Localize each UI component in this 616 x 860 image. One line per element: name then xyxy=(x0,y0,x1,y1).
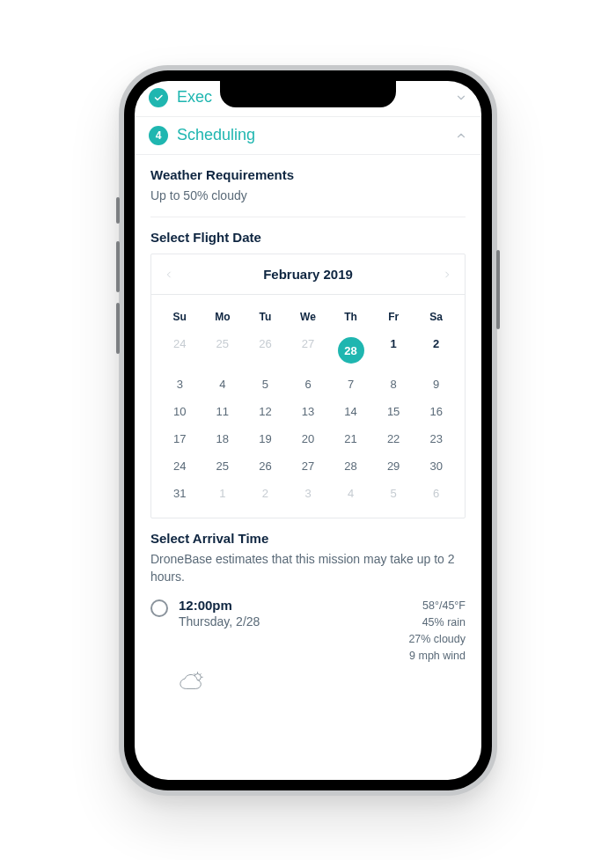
calendar-day[interactable]: 16 xyxy=(414,398,458,425)
calendar-day[interactable]: 20 xyxy=(287,425,330,452)
calendar: February 2019 SuMoTuWeThFrSa242526272812… xyxy=(150,254,466,518)
calendar-day[interactable]: 25 xyxy=(202,330,245,371)
calendar-dow: Su xyxy=(158,302,202,330)
calendar-day[interactable]: 18 xyxy=(202,425,245,452)
calendar-day[interactable]: 31 xyxy=(158,480,202,507)
step-current-row[interactable]: 4 Scheduling xyxy=(135,117,481,155)
calendar-day[interactable]: 24 xyxy=(158,330,202,371)
arrival-temp: 58°/45°F xyxy=(408,598,466,614)
calendar-day[interactable]: 26 xyxy=(244,330,287,371)
calendar-day[interactable]: 2 xyxy=(414,330,458,371)
calendar-next-button[interactable] xyxy=(442,269,452,280)
calendar-day[interactable]: 11 xyxy=(202,398,245,425)
radio-button[interactable] xyxy=(150,599,168,617)
arrival-subtitle: DroneBase estimates that this mission ma… xyxy=(150,551,466,585)
calendar-day[interactable]: 27 xyxy=(287,330,330,371)
calendar-dow: Sa xyxy=(414,302,458,330)
calendar-day[interactable]: 1 xyxy=(202,480,245,507)
weather-requirements-section: Weather Requirements Up to 50% cloudy xyxy=(135,155,481,205)
calendar-day[interactable]: 24 xyxy=(158,452,202,480)
calendar-day[interactable]: 2 xyxy=(244,480,287,507)
calendar-day-selected[interactable]: 28 xyxy=(329,330,372,371)
calendar-month-label: February 2019 xyxy=(263,267,353,282)
calendar-day[interactable]: 29 xyxy=(372,452,415,480)
calendar-day[interactable]: 6 xyxy=(414,480,458,507)
arrival-date-value: Thursday, 2/28 xyxy=(179,614,408,628)
phone-notch xyxy=(220,81,396,107)
phone-side-button xyxy=(116,303,120,354)
arrival-time-section: Select Arrival Time DroneBase estimates … xyxy=(135,518,481,694)
calendar-day[interactable]: 4 xyxy=(329,480,372,507)
calendar-day[interactable]: 1 xyxy=(372,330,415,371)
calendar-day[interactable]: 10 xyxy=(158,398,202,425)
calendar-day[interactable]: 3 xyxy=(287,480,330,507)
calendar-dow: Tu xyxy=(244,302,287,330)
step-number-badge: 4 xyxy=(149,126,168,145)
calendar-dow: We xyxy=(287,302,330,330)
calendar-day[interactable]: 8 xyxy=(372,371,415,398)
arrival-time-value: 12:00pm xyxy=(179,598,408,613)
calendar-grid: SuMoTuWeThFrSa24252627281234567891011121… xyxy=(151,295,465,518)
chevron-down-icon xyxy=(455,92,467,104)
calendar-header: February 2019 xyxy=(151,254,465,295)
weather-req-title: Weather Requirements xyxy=(150,167,466,182)
calendar-day[interactable]: 13 xyxy=(287,398,330,425)
calendar-day[interactable]: 5 xyxy=(372,480,415,507)
calendar-day[interactable]: 7 xyxy=(329,371,372,398)
arrival-cloud: 27% cloudy xyxy=(408,631,466,648)
calendar-day[interactable]: 14 xyxy=(329,398,372,425)
calendar-day[interactable]: 23 xyxy=(414,425,458,452)
calendar-day[interactable]: 17 xyxy=(158,425,202,452)
calendar-day[interactable]: 5 xyxy=(244,371,287,398)
calendar-day[interactable]: 15 xyxy=(372,398,415,425)
calendar-day[interactable]: 3 xyxy=(158,371,202,398)
calendar-day[interactable]: 21 xyxy=(329,425,372,452)
calendar-day[interactable]: 6 xyxy=(287,371,330,398)
calendar-day[interactable]: 22 xyxy=(372,425,415,452)
calendar-dow: Fr xyxy=(372,302,415,330)
calendar-dow: Mo xyxy=(202,302,245,330)
calendar-dow: Th xyxy=(329,302,372,330)
calendar-prev-button[interactable] xyxy=(164,269,174,280)
phone-side-button xyxy=(116,241,120,292)
arrival-time-option[interactable]: 12:00pm Thursday, 2/28 58°/45°F 45% rain… xyxy=(150,598,466,664)
chevron-up-icon xyxy=(455,129,467,142)
phone-frame: Exec 4 Scheduling Weather Requirements xyxy=(119,65,497,796)
flight-date-section: Select Flight Date xyxy=(135,217,481,245)
arrival-wind: 9 mph wind xyxy=(408,648,466,665)
arrival-rain: 45% rain xyxy=(408,614,466,631)
calendar-day[interactable]: 28 xyxy=(329,452,372,480)
calendar-day[interactable]: 30 xyxy=(414,452,458,480)
calendar-day[interactable]: 12 xyxy=(244,398,287,425)
phone-screen: Exec 4 Scheduling Weather Requirements xyxy=(135,81,481,780)
step-current-label: Scheduling xyxy=(177,126,455,144)
calendar-day[interactable]: 27 xyxy=(287,452,330,480)
check-icon xyxy=(149,88,168,107)
flight-date-title: Select Flight Date xyxy=(150,230,466,245)
phone-side-button xyxy=(116,197,120,224)
arrival-title: Select Arrival Time xyxy=(150,531,466,546)
calendar-day[interactable]: 26 xyxy=(244,452,287,480)
phone-side-button xyxy=(496,250,500,329)
calendar-day[interactable]: 9 xyxy=(414,371,458,398)
weather-req-value: Up to 50% cloudy xyxy=(150,187,466,205)
cloud-sun-icon xyxy=(179,671,466,694)
arrival-weather-info: 58°/45°F 45% rain 27% cloudy 9 mph wind xyxy=(408,598,466,664)
calendar-day[interactable]: 4 xyxy=(202,371,245,398)
calendar-day[interactable]: 19 xyxy=(244,425,287,452)
calendar-day[interactable]: 25 xyxy=(202,452,245,480)
